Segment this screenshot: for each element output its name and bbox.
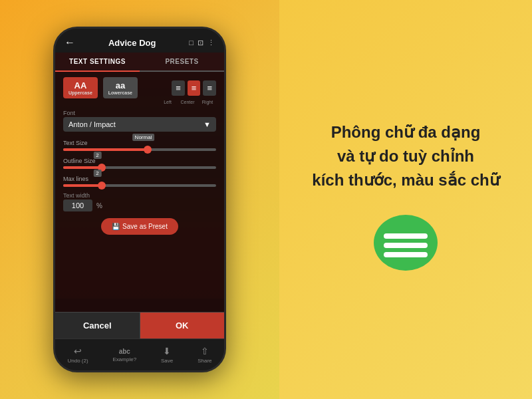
back-button[interactable]: ← (65, 37, 75, 49)
uppercase-button[interactable]: AA Uppercase (63, 77, 98, 98)
phone-top-bar: ← Advice Dog □ ⊡ ⋮ (55, 29, 224, 53)
nav-example[interactable]: abc Example? (113, 348, 137, 362)
crop-icon[interactable]: ⊡ (198, 39, 203, 47)
nav-share[interactable]: ⇧ Share (198, 346, 211, 364)
outline-size-slider-row: Outline Size 2 (63, 158, 216, 169)
max-lines-fill (63, 184, 102, 187)
bottom-buttons: Cancel OK (55, 312, 224, 338)
svg-rect-3 (384, 243, 428, 248)
text-size-marker: Normal (132, 134, 155, 141)
cancel-button[interactable]: Cancel (55, 313, 140, 338)
outline-size-marker: 2 (93, 152, 101, 159)
text-width-label: Text width (63, 192, 216, 199)
text-width-section: Text width % (63, 192, 216, 211)
modal-panel: TEXT SETTINGS PRESETS AA Uppercase aa Lo… (55, 53, 224, 338)
align-right-button[interactable]: ≡ (203, 80, 216, 96)
phone-mockup: ← Advice Dog □ ⊡ ⋮ TEXT SETTINGS PRESETS (53, 27, 226, 372)
text-size-slider-row: Text Size Normal (63, 140, 216, 151)
align-center-button[interactable]: ≡ (188, 80, 201, 96)
save-icon: 💾 (112, 223, 120, 230)
nav-save-label: Save (161, 358, 173, 364)
max-lines-slider-row: Max lines 2 (63, 176, 216, 187)
font-dropdown[interactable]: Anton / Impact ▼ (63, 117, 216, 132)
save-preset-label: Save as Preset (122, 223, 168, 230)
text-width-row: % (63, 200, 216, 211)
save-preset-button[interactable]: 💾 Save as Preset (101, 218, 178, 235)
font-value: Anton / Impact (68, 120, 116, 128)
text-size-fill (63, 148, 148, 151)
tab-row: TEXT SETTINGS PRESETS (55, 53, 224, 72)
window-icon[interactable]: □ (189, 39, 194, 47)
text-width-unit: % (96, 202, 102, 209)
right-panel: Phông chữ đa dạng và tự do tuỳ chỉnh kíc… (279, 0, 532, 399)
example-icon: abc (119, 348, 130, 355)
sliders-section: Text Size Normal Outline Size (63, 140, 216, 187)
headline-line1: Phông chữ đa dạng (312, 120, 499, 144)
svg-rect-2 (384, 233, 428, 239)
chat-bubble-icon (369, 212, 442, 279)
max-lines-track[interactable]: 2 (63, 184, 216, 187)
right-headline: Phông chữ đa dạng và tự do tuỳ chỉnh kíc… (312, 120, 499, 192)
left-panel: ← Advice Dog □ ⊡ ⋮ TEXT SETTINGS PRESETS (0, 0, 279, 399)
more-icon[interactable]: ⋮ (207, 39, 215, 47)
label-left: Left (159, 100, 176, 104)
svg-rect-4 (384, 252, 428, 257)
headline-line3: kích thước, màu sắc chữ (312, 168, 499, 192)
nav-undo[interactable]: ↩ Undo (2) (67, 346, 88, 364)
case-align-row: AA Uppercase aa Lowercase ≡ ≡ ≡ (63, 77, 216, 98)
tab-text-settings[interactable]: TEXT SETTINGS (55, 53, 140, 72)
phone-nav: ↩ Undo (2) abc Example? ⬇ Save ⇧ Share (55, 338, 224, 370)
font-section: Font Anton / Impact ▼ (63, 110, 216, 132)
label-center: Center (179, 100, 196, 104)
max-lines-thumb[interactable]: 2 (98, 182, 106, 190)
align-group: ≡ ≡ ≡ (172, 80, 216, 96)
tab-presets[interactable]: PRESETS (140, 53, 224, 70)
font-label: Font (63, 110, 216, 116)
undo-icon: ↩ (74, 346, 82, 356)
label-right: Right (199, 100, 216, 104)
phone-screen: TEXT SETTINGS PRESETS AA Uppercase aa Lo… (55, 53, 224, 338)
text-size-track[interactable]: Normal (63, 148, 216, 151)
nav-undo-label: Undo (2) (67, 358, 88, 364)
outline-size-track[interactable]: 2 (63, 166, 216, 169)
phone-title: Advice Dog (108, 38, 156, 48)
max-lines-label: Max lines (63, 176, 216, 182)
lowercase-button[interactable]: aa Lowercase (103, 77, 138, 98)
ok-button[interactable]: OK (140, 313, 225, 338)
nav-share-label: Share (198, 358, 211, 364)
modal-content: AA Uppercase aa Lowercase ≡ ≡ ≡ (55, 72, 224, 312)
align-left-button[interactable]: ≡ (172, 80, 185, 96)
nav-save[interactable]: ⬇ Save (161, 346, 173, 364)
nav-example-label: Example? (113, 356, 137, 362)
dropdown-icon: ▼ (203, 120, 211, 128)
max-lines-marker: 2 (93, 170, 101, 177)
headline-line2: và tự do tuỳ chỉnh (312, 144, 499, 168)
outline-size-fill (63, 166, 102, 169)
save-icon: ⬇ (163, 346, 171, 356)
outline-size-label: Outline Size (63, 158, 216, 164)
share-icon: ⇧ (201, 346, 209, 356)
phone-top-icons: □ ⊡ ⋮ (189, 39, 215, 47)
text-width-input[interactable] (63, 200, 92, 211)
text-size-thumb[interactable]: Normal (144, 146, 152, 154)
